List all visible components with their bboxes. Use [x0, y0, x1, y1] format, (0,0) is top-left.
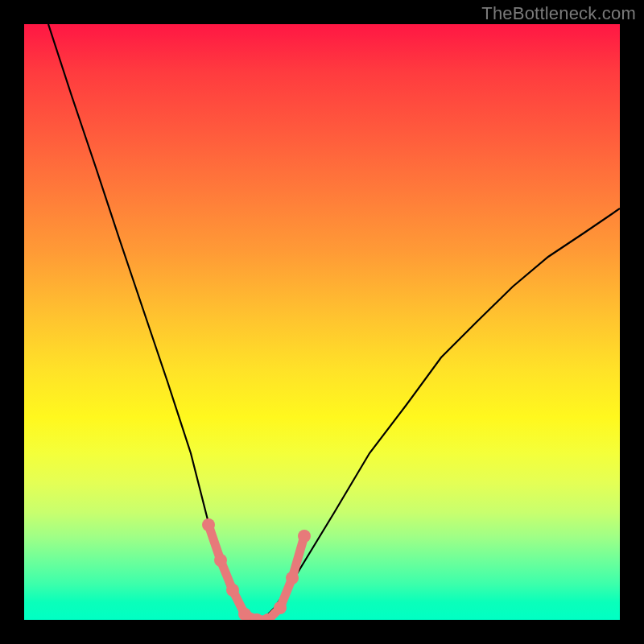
highlight-dot: [202, 518, 215, 531]
plot-area: [24, 24, 620, 620]
outer-frame: TheBottleneck.com: [0, 0, 644, 644]
watermark-text: TheBottleneck.com: [481, 3, 636, 24]
highlight-dot: [274, 601, 287, 614]
highlight-dot: [214, 554, 227, 567]
highlight-dot: [226, 584, 239, 597]
highlight-dot: [286, 572, 299, 584]
bottleneck-curve: [48, 24, 620, 620]
highlight-dot: [298, 530, 311, 543]
curve-layer: [24, 24, 620, 620]
